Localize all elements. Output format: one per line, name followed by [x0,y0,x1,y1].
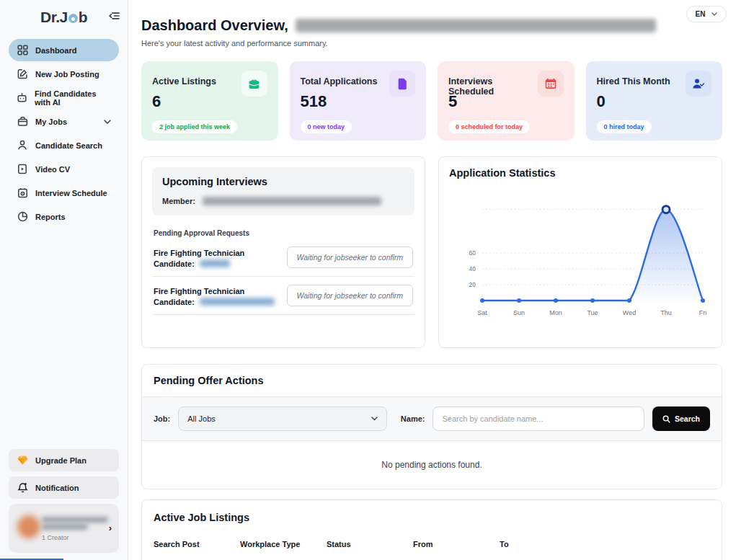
search-button-label: Search [675,414,700,423]
language-selector[interactable]: EN [686,6,727,22]
dashboard-grid-icon [17,45,28,55]
briefcase-icon [17,116,28,127]
empty-state-message: No pending actions found. [142,441,722,489]
sidebar-item-label: Reports [35,213,66,221]
creator-count-label: 1 Creator [42,534,112,541]
page-subtitle: Here's your latest activity and performa… [141,39,722,48]
language-value: EN [696,10,706,18]
approval-request-row: Fire Fighting Technician Candidate: Wait… [152,239,414,277]
logo-o-icon [68,14,78,23]
pending-approval-label: Pending Approval Requests [154,229,413,237]
page-title-text: Dashboard Overview, [141,17,288,34]
bell-icon [17,482,28,493]
sidebar-item-my-jobs[interactable]: My Jobs [9,110,119,133]
name-filter-label: Name: [401,414,425,423]
svg-text:Sun: Sun [513,309,525,316]
pie-chart-icon [17,211,28,222]
chevron-down-icon [711,12,717,16]
svg-text:60: 60 [469,249,476,257]
sidebar-item-label: Video CV [35,165,70,174]
candidate-name-search-input[interactable] [433,406,644,431]
drjob-logo: Dr.Jb [40,9,87,26]
app-root: Dr.Jb Dashboard New Job Posting Find Can… [0,0,736,560]
job-title: Fire Fighting Technician [154,285,275,298]
briefcase-icon [241,71,267,97]
sidebar-item-candidate-search[interactable]: Candidate Search [9,134,119,156]
search-icon [662,415,670,423]
user-account-card[interactable]: 1 Creator › [9,504,119,553]
sidebar-item-reports[interactable]: Reports [9,205,119,228]
logo-row: Dr.Jb [9,6,119,29]
gem-icon [17,455,28,465]
job-filter-value: All Jobs [187,414,216,423]
sidebar-nav: Dashboard New Job Posting Find Candidate… [9,39,119,228]
to-label: To [500,540,586,548]
stat-card-interviews-scheduled: Interviews Scheduled 5 0 scheduled for t… [438,61,575,141]
sidebar-item-video-cv[interactable]: Video CV [9,158,119,180]
sidebar-item-label: Interview Schedule [35,189,107,197]
user-name-redacted [42,511,112,530]
stat-badge: 2 job applied this week [152,120,237,133]
robot-icon [17,92,27,103]
sidebar-item-dashboard[interactable]: Dashboard [9,39,119,61]
stat-label: Active Listings [152,71,216,86]
video-document-icon [17,164,28,174]
upgrade-plan-label: Upgrade Plan [35,456,87,465]
sidebar-item-new-job-posting[interactable]: New Job Posting [9,63,119,85]
workplace-type-label: Workplace Type [240,540,327,548]
avatar [17,515,40,538]
logo-text-right: b [79,9,87,26]
sidebar-item-label: My Jobs [35,117,67,126]
stat-label: Hired This Month [597,71,670,86]
candidate-label: Candidate: [154,298,195,306]
status-label: Status [327,540,413,548]
pending-offer-actions-title: Pending Offer Actions [154,375,710,386]
upgrade-plan-button[interactable]: Upgrade Plan [9,449,119,471]
from-label: From [413,540,500,548]
candidate-name-redacted [200,298,275,306]
stats-row: Active Listings 6 2 job applied this wee… [141,61,722,141]
stat-badge: 0 hired today [597,120,652,133]
search-button[interactable]: Search [652,406,710,431]
chevron-down-icon [104,120,111,124]
job-listings-filter-labels: Search Post Workplace Type Status From T… [154,540,710,548]
candidate-name-redacted [200,259,230,267]
stat-badge: 0 new today [301,120,353,133]
interview-calendar-icon [17,187,28,198]
member-label: Member: [162,197,195,205]
stat-card-hired-this-month: Hired This Month 0 0 hired today [586,61,723,141]
upcoming-interviews-panel: Upcoming Interviews Member: Pending Appr… [141,156,425,348]
page-title: Dashboard Overview, [141,17,722,34]
approval-request-row: Fire Fighting Technician Candidate: Wait… [152,277,414,315]
sidebar-item-label: New Job Posting [35,70,99,79]
waiting-confirm-button[interactable]: Waiting for jobseeker to confirm [287,246,413,268]
waiting-confirm-button[interactable]: Waiting for jobseeker to confirm [287,285,413,306]
upcoming-interviews-header: Upcoming Interviews Member: [152,167,414,215]
edit-pencil-icon [17,68,28,79]
stat-label: Interviews Scheduled [448,71,538,97]
svg-text:Mon: Mon [549,309,562,316]
calendar-icon [538,71,563,97]
main-content: EN Dashboard Overview, Here's your lates… [128,0,736,560]
member-name-redacted [203,197,381,205]
document-icon [389,71,415,97]
sidebar-collapse-icon[interactable] [109,11,120,21]
svg-text:Wed: Wed [623,309,636,316]
sidebar-item-label: Dashboard [35,46,76,55]
middle-row: Upcoming Interviews Member: Pending Appr… [141,156,722,348]
sidebar-item-interview-schedule[interactable]: Interview Schedule [9,182,119,204]
chevron-down-icon [371,417,378,421]
company-name-redacted [296,19,656,32]
stat-card-total-applications: Total Applications 518 0 new today [290,61,427,141]
offers-filter-bar: Job: All Jobs Name: Search [142,397,722,441]
sidebar-item-label: Find Candidates with AI [35,89,111,107]
application-statistics-title: Application Statistics [449,167,711,179]
job-filter-select[interactable]: All Jobs [178,406,387,431]
sidebar-item-find-candidates-ai[interactable]: Find Candidates with AI [9,86,119,109]
stat-card-active-listings: Active Listings 6 2 job applied this wee… [141,61,278,141]
svg-text:40: 40 [469,265,476,272]
stat-badge: 0 scheduled for today [448,120,530,133]
notification-button[interactable]: Notification [9,476,119,499]
application-statistics-panel: Application Statistics 204060SatSunMonTu… [438,156,722,348]
person-check-icon [686,71,711,97]
